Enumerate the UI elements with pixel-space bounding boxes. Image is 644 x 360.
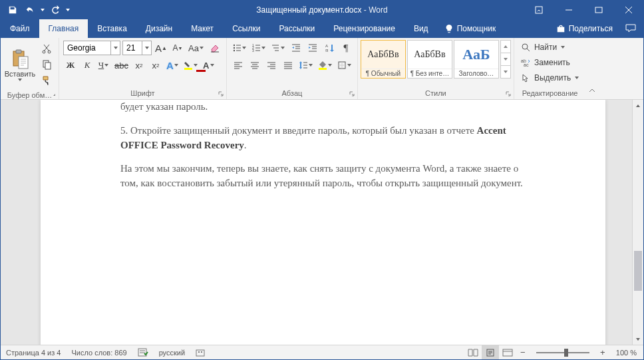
sort-button[interactable]: AЯ bbox=[322, 41, 337, 55]
scroll-down-button[interactable] bbox=[633, 333, 643, 345]
text-effects-button[interactable]: A bbox=[165, 58, 180, 73]
web-layout-button[interactable] bbox=[499, 345, 516, 359]
font-launcher[interactable] bbox=[217, 90, 225, 98]
zoom-level[interactable]: 100 % bbox=[609, 349, 643, 357]
numbering-button[interactable]: 123 bbox=[250, 41, 267, 55]
qat-customize-dropdown[interactable] bbox=[65, 9, 71, 11]
strikethrough-button[interactable]: abc bbox=[113, 58, 130, 73]
align-left-button[interactable] bbox=[231, 58, 245, 73]
italic-button[interactable]: К bbox=[80, 58, 94, 73]
justify-button[interactable] bbox=[281, 58, 295, 73]
language-status[interactable]: русский bbox=[154, 345, 190, 359]
clear-formatting-button[interactable] bbox=[208, 41, 222, 55]
ribbon-display-options-button[interactable] bbox=[524, 1, 554, 19]
clipboard-launcher[interactable] bbox=[49, 90, 57, 98]
superscript-button[interactable]: x2 bbox=[148, 58, 163, 73]
zoom-out-button[interactable]: − bbox=[516, 345, 530, 359]
body-text[interactable]: 5. Откройте защищенный документ и введит… bbox=[120, 124, 526, 153]
spellcheck-icon bbox=[138, 348, 148, 357]
document-viewport[interactable]: будет указан пароль. 5. Откройте защищен… bbox=[1, 100, 632, 345]
tab-references[interactable]: Ссылки bbox=[223, 19, 269, 38]
borders-button[interactable] bbox=[336, 58, 353, 73]
styles-scroll-up[interactable] bbox=[501, 41, 510, 53]
style-heading1[interactable]: АаБ Заголово… bbox=[454, 40, 499, 79]
tab-insert[interactable]: Вставка bbox=[88, 19, 136, 38]
select-button[interactable]: Выделить bbox=[518, 71, 581, 85]
bold-button[interactable]: Ж bbox=[63, 58, 78, 73]
decrease-indent-button[interactable] bbox=[289, 41, 303, 55]
undo-button[interactable] bbox=[22, 2, 38, 18]
scroll-up-button[interactable] bbox=[633, 100, 643, 111]
body-text[interactable]: На этом мы закончим, теперь вы знаете, к… bbox=[120, 162, 526, 191]
find-button[interactable]: Найти bbox=[518, 40, 567, 55]
macro-status[interactable] bbox=[190, 345, 210, 359]
shading-button[interactable] bbox=[317, 58, 334, 73]
svg-rect-6 bbox=[16, 50, 21, 53]
tab-review[interactable]: Рецензирование bbox=[324, 19, 404, 38]
copy-button[interactable] bbox=[39, 57, 54, 72]
cut-button[interactable] bbox=[39, 41, 54, 56]
paragraph-launcher[interactable] bbox=[348, 90, 356, 98]
minimize-button[interactable] bbox=[554, 1, 583, 19]
grow-font-button[interactable]: A▲ bbox=[154, 41, 168, 55]
multilevel-list-button[interactable] bbox=[269, 41, 287, 55]
maximize-button[interactable] bbox=[583, 1, 613, 19]
tab-view[interactable]: Вид bbox=[404, 19, 438, 38]
collapse-ribbon-button[interactable] bbox=[588, 87, 596, 97]
styles-launcher[interactable] bbox=[504, 90, 512, 98]
zoom-slider[interactable] bbox=[530, 345, 596, 359]
font-size-combo[interactable]: 21 bbox=[122, 41, 152, 55]
tab-mailings[interactable]: Рассылки bbox=[269, 19, 324, 38]
page-number-status[interactable]: Страница 4 из 4 bbox=[1, 345, 66, 359]
style-preview-text: АаБ bbox=[454, 41, 498, 69]
font-size-dropdown[interactable] bbox=[142, 41, 151, 55]
zoom-in-button[interactable]: + bbox=[596, 345, 609, 359]
font-name-combo[interactable]: Georgia bbox=[63, 41, 120, 55]
scroll-track[interactable] bbox=[633, 111, 643, 333]
bullets-button[interactable] bbox=[231, 41, 248, 55]
svg-rect-21 bbox=[319, 68, 327, 70]
close-button[interactable] bbox=[613, 1, 643, 19]
group-clipboard-label: Буфер обм… bbox=[1, 91, 59, 99]
tab-design[interactable]: Дизайн bbox=[136, 19, 182, 38]
scroll-thumb[interactable] bbox=[634, 251, 642, 291]
underline-button[interactable]: Ч bbox=[96, 58, 111, 73]
style-normal[interactable]: АаБбВв ¶ Обычный bbox=[361, 40, 406, 79]
subscript-button[interactable]: x2 bbox=[132, 58, 146, 73]
svg-rect-29 bbox=[201, 351, 202, 353]
tab-layout[interactable]: Макет bbox=[182, 19, 223, 38]
align-center-button[interactable] bbox=[247, 58, 262, 73]
undo-dropdown[interactable] bbox=[39, 9, 46, 11]
svg-text:Я: Я bbox=[325, 49, 328, 53]
show-hide-marks-button[interactable]: ¶ bbox=[339, 41, 353, 55]
style-no-spacing[interactable]: АаБбВв ¶ Без инте… bbox=[407, 40, 452, 79]
change-case-button[interactable]: Aa bbox=[187, 41, 206, 55]
redo-button[interactable] bbox=[47, 2, 63, 18]
save-button[interactable] bbox=[5, 2, 21, 18]
zoom-thumb[interactable] bbox=[564, 349, 568, 357]
print-layout-button[interactable] bbox=[482, 345, 499, 359]
shrink-font-button[interactable]: A▼ bbox=[170, 41, 185, 55]
line-spacing-button[interactable] bbox=[297, 58, 315, 73]
font-name-dropdown[interactable] bbox=[110, 41, 120, 55]
tell-me-search[interactable]: Помощник bbox=[438, 19, 503, 38]
share-button[interactable]: Поделиться bbox=[550, 24, 619, 33]
comments-button[interactable] bbox=[621, 24, 641, 33]
ribbon: Вставить Буфер обм… Georgia 21 A▲ A▼ Aa … bbox=[1, 38, 643, 100]
body-text[interactable]: будет указан пароль. bbox=[120, 100, 526, 114]
tab-home[interactable]: Главная bbox=[39, 19, 88, 38]
read-mode-button[interactable] bbox=[464, 345, 482, 359]
increase-indent-button[interactable] bbox=[305, 41, 320, 55]
replace-button[interactable]: abac Заменить bbox=[518, 55, 572, 70]
styles-scroll-down[interactable] bbox=[501, 53, 510, 66]
align-right-button[interactable] bbox=[264, 58, 279, 73]
svg-rect-11 bbox=[45, 63, 51, 69]
format-painter-button[interactable] bbox=[39, 73, 54, 88]
document-page[interactable]: будет указан пароль. 5. Откройте защищен… bbox=[41, 100, 605, 345]
spellcheck-status[interactable] bbox=[132, 345, 154, 359]
tab-file[interactable]: Файл bbox=[1, 19, 39, 38]
font-color-button[interactable]: A bbox=[202, 58, 216, 73]
styles-expand[interactable] bbox=[501, 66, 510, 78]
paste-button[interactable]: Вставить bbox=[4, 49, 36, 81]
word-count-status[interactable]: Число слов: 869 bbox=[66, 345, 132, 359]
